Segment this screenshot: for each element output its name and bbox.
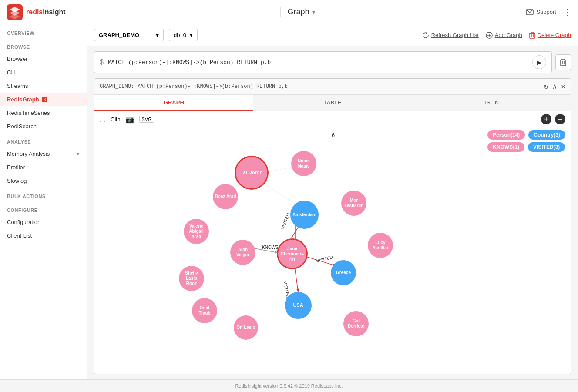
node-lucy[interactable]: LucyYanfllai bbox=[368, 233, 393, 258]
node-noam-nasiv[interactable]: NoamNasiv bbox=[291, 151, 316, 176]
mail-icon bbox=[526, 9, 534, 15]
query-delete-button[interactable] bbox=[555, 54, 571, 70]
query-run-button[interactable]: ▶ bbox=[532, 55, 546, 69]
tabs-row: GRAPH TABLE JSON bbox=[94, 95, 571, 111]
query-bar: $ ▶ bbox=[94, 51, 571, 73]
node-jane-chernomorin[interactable]: JaneChernomo-rin bbox=[278, 240, 306, 268]
tab-json[interactable]: JSON bbox=[412, 95, 571, 111]
dollar-sign: $ bbox=[100, 58, 104, 66]
node-omit-traub[interactable]: OmitTraub bbox=[192, 298, 217, 323]
refresh-icon bbox=[422, 32, 429, 39]
refresh-graph-list-button[interactable]: Refresh Graph List bbox=[422, 32, 479, 39]
sidebar-item-profiler[interactable]: Profiler bbox=[0, 161, 87, 174]
result-panel: GRAPH_DEMO: MATCH (p:Person)-[:KNOWS]->(… bbox=[94, 78, 571, 374]
configure-section-header: CONFIGURE bbox=[0, 201, 87, 215]
legend-person[interactable]: Person(14) bbox=[487, 130, 525, 140]
toolbar: GRAPH_DEMO ▾ db: 0 ▾ Refresh Graph List … bbox=[87, 24, 578, 46]
svg-label[interactable]: SVG bbox=[139, 116, 154, 123]
svg-marker-5 bbox=[426, 32, 427, 34]
overview-section-header: OVERVIEW bbox=[0, 24, 87, 38]
add-graph-button[interactable]: Add Graph bbox=[486, 32, 522, 39]
node-boaz-arad[interactable]: Boaz Arad bbox=[213, 184, 238, 209]
node-greece[interactable]: Greece bbox=[331, 260, 356, 285]
svg-rect-13 bbox=[561, 60, 566, 66]
add-icon bbox=[486, 32, 493, 39]
sidebar-item-memory-analysis[interactable]: Memory Analysis bbox=[0, 147, 87, 161]
tab-table[interactable]: TABLE bbox=[253, 95, 412, 111]
node-mor-yesharim[interactable]: MorYesharim bbox=[341, 191, 366, 216]
sidebar-item-streams[interactable]: Streams bbox=[0, 79, 87, 93]
delete-icon bbox=[529, 32, 535, 39]
svg-rect-9 bbox=[530, 33, 535, 38]
camera-icon[interactable]: 📷 bbox=[125, 115, 134, 124]
more-options-button[interactable]: ⋮ bbox=[563, 7, 571, 17]
legend-visited[interactable]: VISITED(3) bbox=[528, 142, 565, 152]
sidebar-item-configuration[interactable]: Configuration bbox=[0, 215, 87, 229]
zoom-out-button[interactable]: − bbox=[555, 114, 565, 124]
node-amsterdam[interactable]: Amsterdam bbox=[290, 201, 319, 229]
page-title: Graph bbox=[288, 7, 309, 17]
footer: RedisInsight version 0.9.42 © 2019 Redis… bbox=[0, 379, 578, 392]
bulk-section-header: BULK ACTIONS bbox=[0, 188, 87, 201]
tab-graph[interactable]: GRAPH bbox=[94, 95, 253, 111]
delete-graph-button[interactable]: Delete Graph bbox=[529, 32, 571, 39]
legend-knows[interactable]: KNOWS(1) bbox=[487, 142, 524, 152]
edge-label-knows: KNOWS bbox=[262, 245, 279, 250]
edge-label-visited-2: VISITED bbox=[316, 255, 333, 264]
legend-country[interactable]: Country(3) bbox=[528, 130, 565, 140]
result-refresh-icon[interactable]: ↻ bbox=[544, 82, 548, 91]
node-usa[interactable]: USA bbox=[285, 292, 312, 319]
svg-line-21 bbox=[295, 267, 298, 292]
checkbox-label[interactable] bbox=[100, 117, 105, 122]
result-collapse-icon[interactable]: ∧ bbox=[553, 82, 557, 91]
query-input-wrap: $ ▶ bbox=[94, 51, 552, 73]
svg-line-22 bbox=[255, 248, 278, 253]
result-close-icon[interactable]: ✕ bbox=[561, 82, 565, 91]
node-shelly[interactable]: ShellyLasloRooz bbox=[179, 266, 204, 291]
sidebar-item-browser[interactable]: Browser bbox=[0, 52, 87, 66]
node-tal-doron[interactable]: Tal Doron bbox=[236, 157, 267, 188]
edge-label-visited-1: VISITED bbox=[280, 212, 291, 230]
beta-badge: β bbox=[42, 97, 48, 102]
legend: Person(14) Country(3) KNOWS(1) VISITED(3… bbox=[487, 130, 565, 152]
node-gal-derriete[interactable]: GalDerriete bbox=[343, 311, 369, 336]
zoom-in-button[interactable]: + bbox=[541, 114, 551, 124]
graph-selector[interactable]: GRAPH_DEMO ▾ bbox=[94, 29, 164, 41]
graph-canvas: 6 bbox=[94, 127, 571, 374]
db-selector[interactable]: db: 0 ▾ bbox=[169, 29, 198, 41]
node-alon-velger[interactable]: AlonVelger bbox=[230, 240, 255, 265]
clip-label[interactable]: Clip bbox=[111, 116, 120, 123]
result-header: GRAPH_DEMO: MATCH (p:Person)-[:KNOWS]->(… bbox=[94, 79, 571, 95]
graph-number: 6 bbox=[332, 132, 335, 138]
zoom-controls-row: + − bbox=[541, 114, 565, 124]
redis-logo-icon bbox=[7, 4, 23, 20]
analyse-section-header: ANALYSE bbox=[0, 133, 87, 147]
content-area: GRAPH_DEMO ▾ db: 0 ▾ Refresh Graph List … bbox=[87, 24, 578, 379]
graph-dropdown-arrow[interactable]: ▾ bbox=[312, 9, 315, 16]
sidebar-item-redisgraph[interactable]: RedisGraph β bbox=[0, 93, 87, 106]
support-button[interactable]: Support bbox=[526, 9, 556, 15]
app-logo-text: redisinsight bbox=[26, 8, 66, 16]
sidebar-item-redisearch[interactable]: RediSearch bbox=[0, 120, 87, 133]
graph-checkbox[interactable] bbox=[100, 117, 105, 122]
sidebar-item-slowlog[interactable]: Slowlog bbox=[0, 174, 87, 188]
query-input[interactable] bbox=[108, 59, 528, 66]
node-ori-laslo[interactable]: Ori Laslo bbox=[234, 315, 258, 340]
node-valerie[interactable]: ValerieAbigailArad bbox=[184, 219, 209, 244]
browse-section-header: BROWSE bbox=[0, 38, 87, 52]
sidebar-item-client-list[interactable]: Client List bbox=[0, 229, 87, 242]
trash-icon bbox=[560, 58, 567, 66]
sidebar: OVERVIEW BROWSE Browser CLI Streams Redi… bbox=[0, 24, 87, 379]
graph-view-controls: Clip 📷 SVG + − bbox=[94, 111, 571, 127]
svg-line-20 bbox=[303, 256, 336, 266]
graph-edges-svg bbox=[94, 127, 571, 374]
sidebar-item-redistimeseries[interactable]: RedisTimeSeries bbox=[0, 106, 87, 120]
sidebar-item-cli[interactable]: CLI bbox=[0, 66, 87, 79]
